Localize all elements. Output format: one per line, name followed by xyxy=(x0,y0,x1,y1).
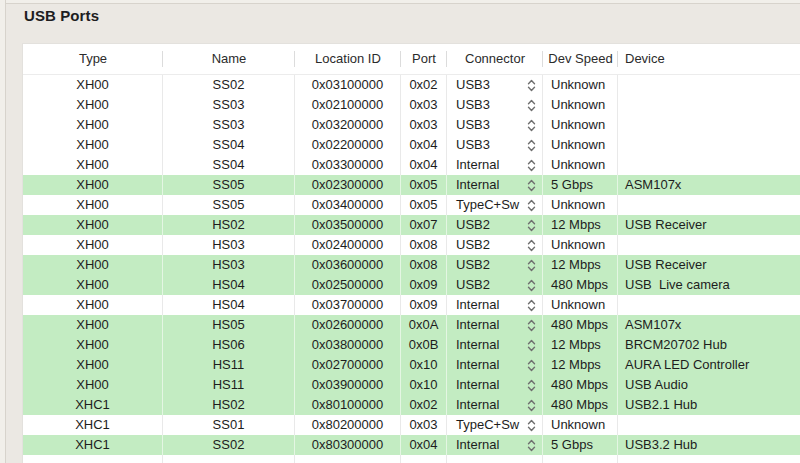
table-row[interactable]: XH00SS030x032000000x03USB3Unknown xyxy=(23,115,800,135)
cell-type: XHC1 xyxy=(23,415,163,435)
section-title: USB Ports xyxy=(24,7,99,24)
cell-type: XH00 xyxy=(23,295,163,315)
connector-popup[interactable]: Internal xyxy=(447,355,542,375)
cell-empty xyxy=(543,455,618,463)
cell-name: HS03 xyxy=(163,255,295,275)
cell-port: 0x10 xyxy=(401,355,447,375)
table-row[interactable]: XH00HS040x025000000x09USB2480 MbpsUSB Li… xyxy=(23,275,800,295)
table-row[interactable]: XHC1HS020x801000000x02Internal480 MbpsUS… xyxy=(23,395,800,415)
cell-type: XH00 xyxy=(23,375,163,395)
cell-port: 0x02 xyxy=(401,395,447,415)
cell-location_id: 0x03800000 xyxy=(295,335,401,355)
cell-location_id: 0x03600000 xyxy=(295,255,401,275)
connector-popup[interactable]: USB3 xyxy=(447,75,542,95)
cell-name: SS04 xyxy=(163,155,295,175)
table-row[interactable]: XH00HS060x038000000x0BInternal12 MbpsBRC… xyxy=(23,335,800,355)
connector-popup[interactable]: Internal xyxy=(447,375,542,395)
chevron-up-down-icon xyxy=(527,179,536,192)
cell-dev_speed: Unknown xyxy=(543,155,618,175)
cell-dev_speed: 480 Mbps xyxy=(543,275,618,295)
table-row[interactable]: XH00HS040x037000000x09InternalUnknown xyxy=(23,295,800,315)
column-header-type[interactable]: Type xyxy=(23,44,163,74)
cell-dev_speed: Unknown xyxy=(543,115,618,135)
chevron-up-down-icon xyxy=(527,239,536,252)
connector-value: Internal xyxy=(456,155,499,175)
cell-dev_speed: 12 Mbps xyxy=(543,335,618,355)
connector-value: USB2 xyxy=(456,255,490,275)
connector-popup[interactable]: USB3 xyxy=(447,135,542,155)
connector-popup[interactable]: USB2 xyxy=(447,275,542,295)
table-row[interactable]: XH00SS050x023000000x05Internal5 GbpsASM1… xyxy=(23,175,800,195)
table-row[interactable]: XH00HS110x027000000x10Internal12 MbpsAUR… xyxy=(23,355,800,375)
connector-cell: Internal xyxy=(447,175,543,195)
connector-popup[interactable]: Internal xyxy=(447,395,542,415)
connector-popup[interactable]: USB2 xyxy=(447,215,542,235)
chevron-up-down-icon xyxy=(527,359,536,372)
table-row[interactable]: XH00SS040x033000000x04InternalUnknown xyxy=(23,155,800,175)
cell-name: HS11 xyxy=(163,355,295,375)
connector-popup[interactable]: Internal xyxy=(447,175,542,195)
connector-popup[interactable]: USB2 xyxy=(447,255,542,275)
connector-value: Internal xyxy=(456,175,499,195)
connector-cell: TypeC+Sw xyxy=(447,195,543,215)
chevron-up-down-icon xyxy=(527,139,536,152)
cell-dev_speed: Unknown xyxy=(543,195,618,215)
cell-device: USB Audio xyxy=(618,375,800,395)
column-header-port[interactable]: Port xyxy=(401,44,447,74)
table-row[interactable]: XH00HS030x036000000x08USB212 MbpsUSB Rec… xyxy=(23,255,800,275)
connector-value: Internal xyxy=(456,375,499,395)
connector-cell: USB3 xyxy=(447,95,543,115)
connector-popup[interactable]: Internal xyxy=(447,335,542,355)
connector-cell: Internal xyxy=(447,435,543,455)
table-row[interactable]: XH00HS030x024000000x08USB2Unknown xyxy=(23,235,800,255)
connector-popup[interactable]: Internal xyxy=(447,315,542,335)
table-row[interactable]: XH00SS050x034000000x05TypeC+SwUnknown xyxy=(23,195,800,215)
cell-name: HS04 xyxy=(163,295,295,315)
column-header-connector[interactable]: Connector xyxy=(447,44,543,74)
connector-popup[interactable]: Internal xyxy=(447,435,542,455)
connector-popup[interactable]: USB3 xyxy=(447,115,542,135)
table-row[interactable]: XH00HS020x035000000x07USB212 MbpsUSB Rec… xyxy=(23,215,800,235)
cell-dev_speed: Unknown xyxy=(543,75,618,95)
cell-name: SS01 xyxy=(163,415,295,435)
connector-popup[interactable]: USB3 xyxy=(447,95,542,115)
table-row[interactable]: XH00HS050x026000000x0AInternal480 MbpsAS… xyxy=(23,315,800,335)
cell-port: 0x07 xyxy=(401,215,447,235)
connector-popup[interactable]: TypeC+Sw xyxy=(447,415,542,435)
cell-device: AURA LED Controller xyxy=(618,355,800,375)
table-row[interactable]: XH00SS040x022000000x04USB3Unknown xyxy=(23,135,800,155)
cell-name: HS02 xyxy=(163,395,295,415)
cell-empty xyxy=(163,455,295,463)
cell-name: SS02 xyxy=(163,435,295,455)
connector-popup[interactable]: Internal xyxy=(447,155,542,175)
cell-name: SS03 xyxy=(163,95,295,115)
column-header-name[interactable]: Name xyxy=(163,44,295,74)
cell-name: HS05 xyxy=(163,315,295,335)
connector-cell: USB2 xyxy=(447,255,543,275)
connector-popup[interactable]: TypeC+Sw xyxy=(447,195,542,215)
column-header-location_id[interactable]: Location ID xyxy=(295,44,401,74)
column-header-device[interactable]: Device xyxy=(618,44,800,74)
chevron-up-down-icon xyxy=(527,399,536,412)
table-row[interactable]: XHC1SS020x803000000x04Internal5 GbpsUSB3… xyxy=(23,435,800,455)
table-row[interactable]: XHC1SS010x802000000x03TypeC+SwUnknown xyxy=(23,415,800,435)
cell-location_id: 0x03900000 xyxy=(295,375,401,395)
column-header-dev_speed[interactable]: Dev Speed xyxy=(543,44,618,74)
cell-dev_speed: 5 Gbps xyxy=(543,435,618,455)
cell-location_id: 0x03100000 xyxy=(295,75,401,95)
connector-popup[interactable]: USB2 xyxy=(447,235,542,255)
cell-dev_speed: Unknown xyxy=(543,295,618,315)
table-row[interactable]: XH00SS020x031000000x02USB3Unknown xyxy=(23,75,800,95)
cell-location_id: 0x03700000 xyxy=(295,295,401,315)
connector-cell: Internal xyxy=(447,315,543,335)
table-row[interactable]: XH00HS110x039000000x10Internal480 MbpsUS… xyxy=(23,375,800,395)
cell-type: XHC1 xyxy=(23,395,163,415)
table-row-empty[interactable] xyxy=(23,455,800,463)
connector-popup[interactable]: Internal xyxy=(447,295,542,315)
connector-cell: Internal xyxy=(447,375,543,395)
cell-port: 0x0A xyxy=(401,315,447,335)
cell-location_id: 0x03400000 xyxy=(295,195,401,215)
table-row[interactable]: XH00SS030x021000000x03USB3Unknown xyxy=(23,95,800,115)
connector-value: Internal xyxy=(456,395,499,415)
connector-value: USB2 xyxy=(456,235,490,255)
